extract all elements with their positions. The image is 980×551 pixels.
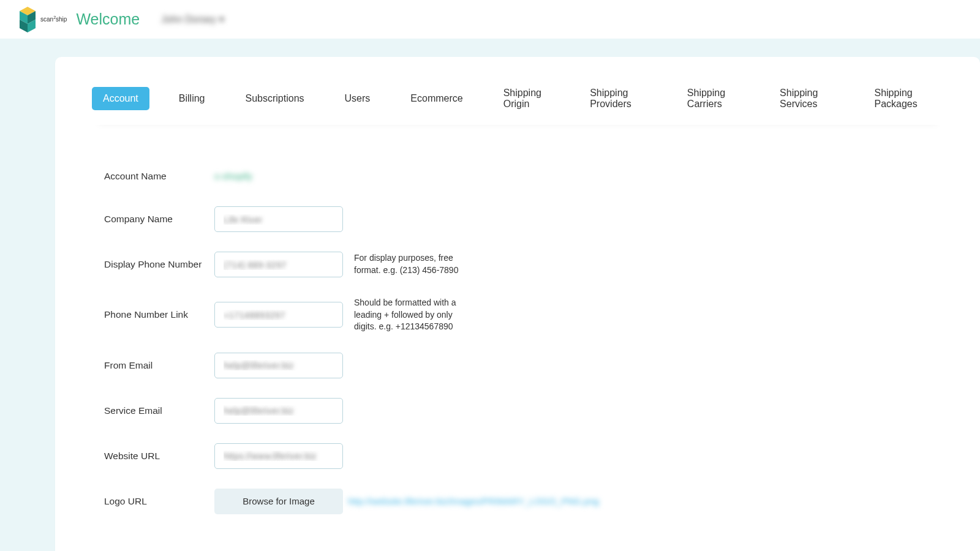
tab-ecommerce[interactable]: Ecommerce — [399, 87, 473, 110]
input-from-email[interactable] — [214, 353, 343, 378]
tab-shipping-services[interactable]: Shipping Services — [769, 81, 845, 116]
tab-shipping-origin[interactable]: Shipping Origin — [492, 81, 560, 116]
user-dropdown[interactable]: John Dorsey ▾ — [161, 13, 224, 25]
tab-billing[interactable]: Billing — [168, 87, 216, 110]
tab-shipping-packages[interactable]: Shipping Packages — [863, 81, 943, 116]
input-display-phone[interactable] — [214, 252, 343, 277]
tab-account[interactable]: Account — [92, 87, 149, 110]
tab-users[interactable]: Users — [334, 87, 382, 110]
value-account-name: s-shopify — [214, 171, 252, 182]
brand-text: scan2ship — [40, 15, 67, 23]
label-phone-link: Phone Number Link — [104, 309, 214, 320]
help-phone-link: Should be formatted with a leading + fol… — [354, 297, 464, 333]
username: John Dorsey — [161, 14, 216, 25]
row-phone-link: Phone Number Link Should be formatted wi… — [104, 297, 931, 333]
main-content: Account Billing Subscriptions Users Ecom… — [0, 39, 980, 551]
tab-subscriptions[interactable]: Subscriptions — [235, 87, 315, 110]
input-website-url[interactable] — [214, 443, 343, 469]
label-display-phone: Display Phone Number — [104, 259, 214, 270]
label-company-name: Company Name — [104, 214, 214, 225]
logo-url-text: http://website.liferiver.biz/images/PRIM… — [348, 496, 599, 506]
label-account-name: Account Name — [104, 171, 214, 182]
browse-image-button[interactable]: Browse for Image — [214, 489, 343, 514]
row-company-name: Company Name — [104, 206, 931, 232]
settings-card: Account Billing Subscriptions Users Ecom… — [55, 57, 980, 551]
help-display-phone: For display purposes, free format. e.g. … — [354, 252, 464, 276]
app-header: scan2ship Welcome John Dorsey ▾ — [0, 0, 980, 39]
row-website-url: Website URL — [104, 443, 931, 469]
account-form: Account Name s-shopify Company Name Disp… — [92, 162, 943, 551]
tab-shipping-providers[interactable]: Shipping Providers — [579, 81, 658, 116]
chevron-down-icon: ▾ — [219, 13, 224, 25]
row-display-phone: Display Phone Number For display purpose… — [104, 252, 931, 277]
row-service-email: Service Email — [104, 398, 931, 424]
input-phone-link[interactable] — [214, 302, 343, 328]
row-logo-url: Logo URL Browse for Image http://website… — [104, 489, 931, 514]
welcome-text: Welcome — [76, 10, 140, 28]
brand-logo: scan2ship — [18, 6, 67, 33]
input-service-email[interactable] — [214, 398, 343, 424]
tab-shipping-carriers[interactable]: Shipping Carriers — [676, 81, 750, 116]
row-from-email: From Email — [104, 353, 931, 378]
logo-cube-icon — [18, 6, 37, 33]
label-service-email: Service Email — [104, 405, 214, 416]
label-from-email: From Email — [104, 360, 214, 371]
label-logo-url: Logo URL — [104, 496, 214, 507]
tabs-bar: Account Billing Subscriptions Users Ecom… — [92, 81, 943, 125]
input-company-name[interactable] — [214, 206, 343, 232]
row-account-name: Account Name s-shopify — [104, 171, 931, 182]
label-website-url: Website URL — [104, 451, 214, 462]
